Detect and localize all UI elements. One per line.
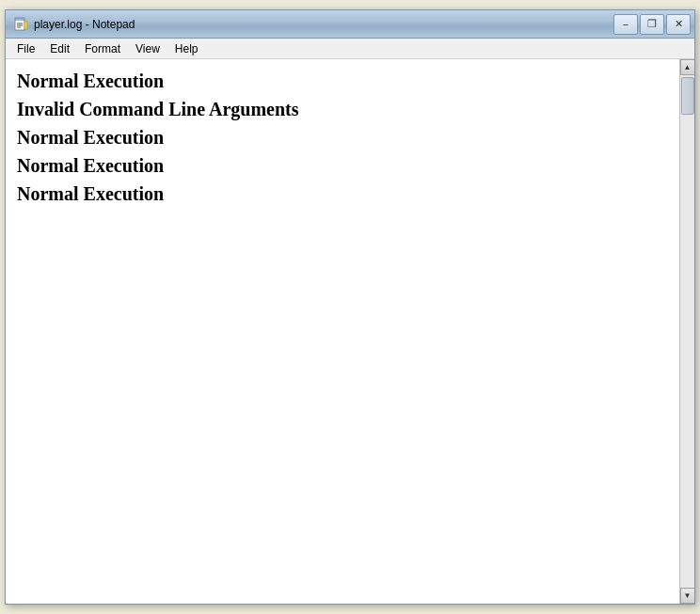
window-title: player.log - Notepad: [34, 18, 135, 31]
menu-help[interactable]: Help: [167, 40, 206, 57]
content-area: Normal Execution Invalid Command Line Ar…: [6, 59, 694, 604]
menu-view[interactable]: View: [128, 40, 167, 57]
list-item: Normal Execution: [17, 67, 672, 95]
menu-format[interactable]: Format: [77, 40, 128, 57]
menu-file[interactable]: File: [9, 40, 42, 57]
scrollbar-track[interactable]: [680, 75, 695, 588]
list-item: Normal Execution: [17, 180, 672, 208]
scroll-up-button[interactable]: ▲: [680, 59, 695, 75]
menu-edit[interactable]: Edit: [42, 40, 77, 57]
minimize-button[interactable]: −: [613, 14, 638, 35]
svg-rect-5: [24, 22, 27, 29]
menu-bar: File Edit Format View Help: [6, 39, 694, 59]
title-bar: player.log - Notepad − ❐ ✕: [6, 10, 694, 39]
title-bar-buttons: − ❐ ✕: [613, 14, 691, 35]
text-area[interactable]: Normal Execution Invalid Command Line Ar…: [6, 59, 679, 604]
title-bar-left: player.log - Notepad: [13, 17, 135, 32]
close-button[interactable]: ✕: [666, 14, 691, 35]
maximize-button[interactable]: ❐: [640, 14, 664, 35]
notepad-window: player.log - Notepad − ❐ ✕ File Edit For…: [5, 9, 695, 605]
list-item: Normal Execution: [17, 123, 672, 151]
list-item: Invalid Command Line Arguments: [17, 95, 672, 123]
svg-rect-1: [15, 18, 24, 21]
list-item: Normal Execution: [17, 151, 672, 180]
scrollbar[interactable]: ▲ ▼: [679, 59, 694, 604]
notepad-icon: [13, 17, 28, 32]
scrollbar-thumb[interactable]: [681, 77, 694, 115]
scroll-down-button[interactable]: ▼: [680, 588, 695, 604]
